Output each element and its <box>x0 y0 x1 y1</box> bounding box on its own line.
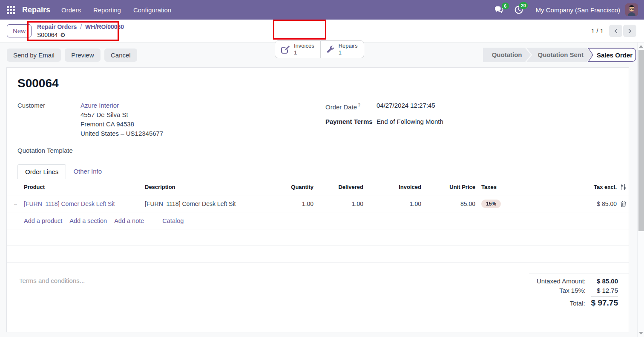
record-title: S00064 <box>17 77 629 90</box>
untaxed-amount-value: $ 85.00 <box>592 277 618 285</box>
status-bar: Quotation Quotation Sent Sales Order <box>483 48 636 62</box>
status-step-sales-order[interactable]: Sales Order <box>588 48 636 62</box>
row-invoiced[interactable]: 1.00 <box>363 200 421 207</box>
scroll-up-arrow[interactable] <box>639 45 643 48</box>
messages-button[interactable]: 6 <box>494 6 504 14</box>
field-group-left: Customer Azure Interior 4557 De Silva St… <box>17 101 325 155</box>
top-navbar: Repairs Orders Reporting Configuration 6… <box>0 0 644 20</box>
col-unit-price[interactable]: Unit Price <box>421 184 475 190</box>
row-delivered[interactable]: 1.00 <box>313 200 363 207</box>
col-quantity[interactable]: Quantity <box>281 184 313 190</box>
tab-other-info[interactable]: Other Info <box>66 164 109 179</box>
scrollbar-thumb[interactable] <box>638 50 644 231</box>
breadcrumb-repair-ref[interactable]: WH/RO/00060 <box>85 23 124 30</box>
breadcrumb-record-name: S00064 <box>37 31 58 39</box>
row-unit-price[interactable]: 85.00 <box>421 200 475 207</box>
field-group-right: Order Date? 04/27/2024 12:27:45 Payment … <box>325 101 629 155</box>
avatar-image <box>625 3 638 16</box>
notebook-tabs: Order Lines Other Info <box>7 164 629 179</box>
tax-badge[interactable]: 15% <box>481 200 501 208</box>
catalog-link[interactable]: Catalog <box>162 217 184 224</box>
apps-menu-icon[interactable] <box>7 6 15 14</box>
status-row: Send by Email Preview Cancel Quotation Q… <box>0 43 644 67</box>
send-by-email-button[interactable]: Send by Email <box>7 49 61 62</box>
messages-badge: 6 <box>502 3 509 9</box>
active-step-label: Sales Order <box>593 48 636 62</box>
payment-terms-label: Payment Terms <box>325 117 377 126</box>
company-switcher[interactable]: My Company (San Francisco) <box>536 6 620 14</box>
pager-next-button[interactable] <box>623 25 636 37</box>
empty-row <box>7 246 629 263</box>
pager-counter[interactable]: 1 / 1 <box>591 27 604 34</box>
scroll-down-arrow[interactable] <box>639 332 643 334</box>
user-avatar[interactable] <box>625 3 638 16</box>
cancel-button[interactable]: Cancel <box>104 49 137 62</box>
row-product-link[interactable]: [FURN_1118] Corner Desk Left Sit <box>24 200 145 207</box>
preview-button[interactable]: Preview <box>65 49 100 62</box>
activities-button[interactable]: 20 <box>515 6 523 14</box>
activities-badge: 20 <box>519 2 528 9</box>
row-tax-excl: $ 85.00 <box>549 200 617 207</box>
customer-address-country: United States – US12345677 <box>80 129 163 138</box>
customer-label: Customer <box>17 101 80 138</box>
order-date-value[interactable]: 04/27/2024 12:27:45 <box>377 101 435 112</box>
row-description[interactable]: [FURN_1118] Corner Desk Left Sit <box>145 200 281 207</box>
form-sheet: S00064 Customer Azure Interior 4557 De S… <box>6 67 629 332</box>
order-date-label: Order Date? <box>325 101 377 112</box>
breadcrumb: Repair Orders / WH/RO/00060 S00064 ⚙ <box>37 23 124 39</box>
delete-line-button[interactable] <box>617 200 630 207</box>
menu-orders[interactable]: Orders <box>61 6 81 14</box>
optional-columns-button[interactable] <box>617 184 630 190</box>
col-invoiced[interactable]: Invoiced <box>363 184 421 190</box>
navbar-left: Repairs Orders Reporting Configuration <box>7 6 184 14</box>
payment-terms-value[interactable]: End of Following Month <box>377 117 443 126</box>
record-actions: Send by Email Preview Cancel <box>7 49 139 62</box>
table-header-row: Product Description Quantity Delivered I… <box>7 179 629 195</box>
status-step-quotation[interactable]: Quotation <box>483 48 531 62</box>
order-lines-table: Product Description Quantity Delivered I… <box>7 179 629 263</box>
total-value: $ 97.75 <box>591 296 618 308</box>
col-description[interactable]: Description <box>145 184 281 190</box>
add-a-note-link[interactable]: Add a note <box>114 217 144 224</box>
help-icon[interactable]: ? <box>358 103 360 108</box>
control-panel: New Repair Orders / WH/RO/00060 S00064 ⚙… <box>0 20 644 43</box>
status-step-quotation-sent[interactable]: Quotation Sent <box>526 48 593 62</box>
quotation-template-label: Quotation Template <box>17 146 80 155</box>
col-delivered[interactable]: Delivered <box>313 184 363 190</box>
drag-handle[interactable]: ⧿ <box>7 200 24 207</box>
gear-icon[interactable]: ⚙ <box>60 31 66 39</box>
navbar-right: 6 20 My Company (San Francisco) <box>494 3 638 16</box>
pager-previous-button[interactable] <box>609 25 622 37</box>
menu-reporting[interactable]: Reporting <box>93 6 121 14</box>
chevron-right-icon <box>628 28 632 34</box>
field-groups: Customer Azure Interior 4557 De Silva St… <box>7 101 629 155</box>
page-body: Send by Email Preview Cancel Quotation Q… <box>0 43 644 337</box>
breadcrumb-repair-orders[interactable]: Repair Orders <box>37 23 77 30</box>
app-window: Repairs Orders Reporting Configuration 6… <box>0 0 644 337</box>
add-a-product-link[interactable]: Add a product <box>24 217 62 224</box>
pager: 1 / 1 <box>591 25 636 37</box>
app-name[interactable]: Repairs <box>22 6 50 14</box>
add-a-section-link[interactable]: Add a section <box>69 217 107 224</box>
new-button[interactable]: New <box>7 24 32 37</box>
vertical-scrollbar[interactable] <box>637 43 644 337</box>
row-quantity[interactable]: 1.00 <box>281 200 313 207</box>
col-product[interactable]: Product <box>24 184 145 190</box>
menu-configuration[interactable]: Configuration <box>133 6 171 14</box>
chevron-left-icon <box>614 28 618 34</box>
tax-value: $ 12.75 <box>592 287 618 294</box>
breadcrumb-separator: / <box>80 23 82 30</box>
customer-address-city: Fremont CA 94538 <box>80 120 163 129</box>
customer-address-street: 4557 De Silva St <box>80 110 163 120</box>
customer-link[interactable]: Azure Interior <box>80 101 163 110</box>
order-line-row[interactable]: ⧿ [FURN_1118] Corner Desk Left Sit [FURN… <box>7 195 629 212</box>
table-footer-links: Add a product Add a section Add a note C… <box>7 212 629 229</box>
col-taxes[interactable]: Taxes <box>475 184 549 190</box>
empty-row <box>7 229 629 246</box>
total-label: Total: <box>570 300 585 307</box>
tax-label: Tax 15%: <box>559 287 586 294</box>
col-tax-excl[interactable]: Tax excl. <box>549 184 617 190</box>
tab-order-lines[interactable]: Order Lines <box>17 164 66 179</box>
terms-and-conditions-input[interactable]: Terms and conditions... <box>19 274 85 310</box>
sheet-footer: Terms and conditions... Untaxed Amount: … <box>7 274 629 310</box>
